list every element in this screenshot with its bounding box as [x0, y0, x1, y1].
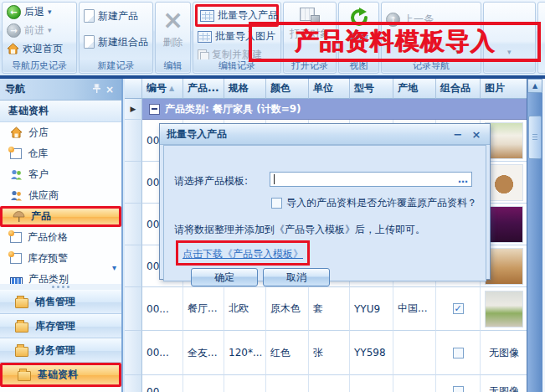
new-product-button[interactable]: 新建产品 — [81, 3, 151, 28]
vertical-scrollbar[interactable]: ▲ — [527, 79, 542, 392]
ruler-icon — [10, 277, 23, 285]
overwrite-option[interactable]: 导入的产品资料是否允许覆盖原产品资料？ — [271, 196, 477, 210]
folder-icon — [15, 347, 28, 357]
home-icon — [7, 43, 19, 55]
group-label-nav-history: 导航历史记录 — [3, 59, 76, 72]
annotation-text: 产品资料模板导入 — [295, 25, 496, 59]
sidebar-group-finance[interactable]: 财务管理 — [0, 338, 121, 363]
sidebar-item-warehouse[interactable]: 仓库 — [0, 143, 121, 164]
back-button[interactable]: ← 后退 ▾ — [4, 3, 75, 21]
sidebar-item-supplier[interactable]: 供应商 — [0, 185, 121, 206]
product-image[interactable] — [485, 291, 523, 328]
close-icon[interactable]: × — [470, 128, 483, 141]
combo-checkbox[interactable] — [453, 348, 464, 358]
group-row-body: 产品类别: 餐厅家具 (计数=9) — [142, 99, 527, 120]
minimize-icon[interactable]: − — [451, 128, 465, 141]
overwrite-label: 导入的产品资料是否允许覆盖原产品资料？ — [286, 196, 477, 210]
instruction-text: 请将数据整理并添加到《产品导入模板》后，上传即可。 — [174, 223, 425, 237]
pin-icon[interactable] — [90, 84, 103, 95]
ribbon-group-new-records: 新建产品 新建组合品 新建记录 — [79, 2, 153, 74]
header-spec[interactable]: 规格 — [224, 79, 266, 99]
delete-button[interactable]: × 删除 — [156, 3, 190, 49]
header-unit[interactable]: 单位 — [309, 79, 350, 99]
download-template-link[interactable]: 点击下载《产品导入模板》 — [183, 248, 303, 260]
cancel-button[interactable]: 取消 — [263, 268, 330, 286]
text-cursor — [274, 174, 275, 184]
sidebar-group-sales[interactable]: 销售管理 — [0, 290, 121, 314]
form-icon — [10, 232, 22, 243]
ribbon-group-nav-history: ← 后退 ▾ → 前进 ▾ 欢迎首页 导航历史记录 — [2, 2, 77, 74]
table-group-row[interactable]: ▶ 产品类别: 餐厅家具 (计数=9) — [125, 99, 527, 120]
import-table-icon — [198, 31, 212, 43]
sidebar-item-branch[interactable]: 分店 — [0, 122, 121, 143]
sidebar-item-customer[interactable]: 客户 — [0, 164, 121, 185]
download-link-highlight: 点击下载《产品导入模板》 — [176, 240, 310, 266]
collapse-icon[interactable] — [149, 104, 160, 115]
overwrite-checkbox[interactable] — [271, 198, 282, 209]
folder-icon — [18, 371, 31, 381]
sidebar-close-icon[interactable]: × — [103, 84, 116, 95]
header-color[interactable]: 颜色 — [266, 79, 309, 99]
table-row[interactable]: 00... 餐厅... 北欧 原木色 套 YYU9 中国... ✓ — [125, 287, 527, 331]
table-header: 编号 ▲ 产品... 规格 颜色 单位 型号 产地 组合品 图片 — [125, 79, 527, 99]
new-combo-product-button[interactable]: 新建组合品 — [81, 29, 151, 54]
dialog-titlebar[interactable]: 批量导入产品 − × — [160, 124, 490, 145]
sort-asc-icon: ▲ — [169, 85, 174, 92]
sidebar-item-product-price[interactable]: 产品价格 — [0, 227, 121, 248]
delete-x-icon: × — [162, 8, 183, 33]
forward-button[interactable]: → 前进 ▾ — [4, 22, 75, 39]
back-dropdown-caret[interactable]: ▾ — [48, 8, 52, 16]
table-row[interactable]: 00... 无图像 — [125, 375, 527, 392]
header-origin[interactable]: 产地 — [393, 79, 436, 99]
welcome-home-button[interactable]: 欢迎首页 — [4, 40, 75, 58]
folder-icon — [15, 322, 28, 333]
annotation-box: 产品资料模板导入 — [249, 22, 541, 62]
dialog-body: 请选择产品模板: … 导入的产品资料是否允许覆盖原产品资料？ 请将数据整理并添加… — [163, 145, 486, 281]
header-image[interactable]: 图片 — [481, 79, 527, 99]
people-icon — [10, 168, 23, 181]
forward-icon: → — [7, 23, 21, 38]
ok-button[interactable]: 确定 — [191, 268, 258, 286]
navigation-sidebar: 导航 × 基础资料 分店 仓库 — [0, 79, 123, 392]
sidebar-group-inventory[interactable]: 库存管理 — [0, 314, 121, 338]
table-row[interactable]: 00... 全友... 120*... 红色 张 YY598 无图像 — [125, 331, 527, 375]
sidebar-titlebar: 导航 × — [0, 79, 121, 101]
import-table-icon — [200, 10, 214, 22]
sidebar-splitter[interactable] — [0, 284, 121, 290]
people-icon — [10, 189, 23, 202]
sidebar-section-header[interactable]: 基础资料 — [0, 101, 121, 122]
folder-icon — [15, 298, 28, 308]
combo-checkbox[interactable] — [453, 386, 464, 392]
back-icon: ← — [7, 5, 21, 19]
sidebar-item-product[interactable]: 产品 — [0, 206, 121, 227]
scroll-up-icon[interactable]: ▲ — [527, 79, 542, 93]
house-icon — [10, 126, 23, 139]
template-file-input[interactable]: … — [270, 172, 472, 187]
group-label-edit: 编辑 — [156, 59, 190, 72]
header-model[interactable]: 型号 — [350, 79, 393, 99]
sidebar-items: 分店 仓库 客户 供应商 — [0, 122, 121, 284]
sidebar-item-product-category[interactable]: 产品类别 — [0, 269, 121, 284]
no-image-cell: 无图像 — [481, 375, 527, 392]
header-combo[interactable]: 组合品 — [436, 79, 481, 99]
scrollbar-thumb[interactable] — [528, 116, 542, 159]
no-image-cell: 无图像 — [481, 331, 527, 375]
template-select-label: 请选择产品模板: — [174, 174, 248, 188]
sidebar-title: 导航 — [5, 82, 90, 96]
browse-ellipsis-button[interactable]: … — [458, 176, 468, 183]
row-pointer-icon: ▶ — [125, 99, 142, 120]
combo-checkbox-checked[interactable]: ✓ — [453, 303, 464, 314]
forward-dropdown-caret: ▾ — [48, 27, 52, 34]
batch-import-dialog: 批量导入产品 − × 请选择产品模板: … 导入的产品资料是否允许覆盖原产品资料… — [159, 123, 491, 280]
ribbon-group-edit: × 删除 编辑 — [155, 2, 191, 74]
form-icon — [10, 253, 22, 264]
app-window: ← 后退 ▾ → 前进 ▾ 欢迎首页 导航历史记录 新建产品 — [0, 0, 545, 392]
group-row-text: 产品类别: 餐厅家具 (计数=9) — [165, 102, 301, 116]
sidebar-group-basic-data[interactable]: 基础资料 — [0, 363, 121, 387]
sidebar-scroll-down-icon[interactable]: ▾ — [112, 263, 116, 272]
header-code[interactable]: 编号 ▲ — [142, 79, 183, 99]
dialog-title: 批量导入产品 — [167, 127, 446, 142]
sidebar-item-stock-alert[interactable]: 库存预警 — [0, 248, 121, 269]
header-indicator-column — [125, 79, 142, 99]
header-product[interactable]: 产品... — [183, 79, 224, 99]
